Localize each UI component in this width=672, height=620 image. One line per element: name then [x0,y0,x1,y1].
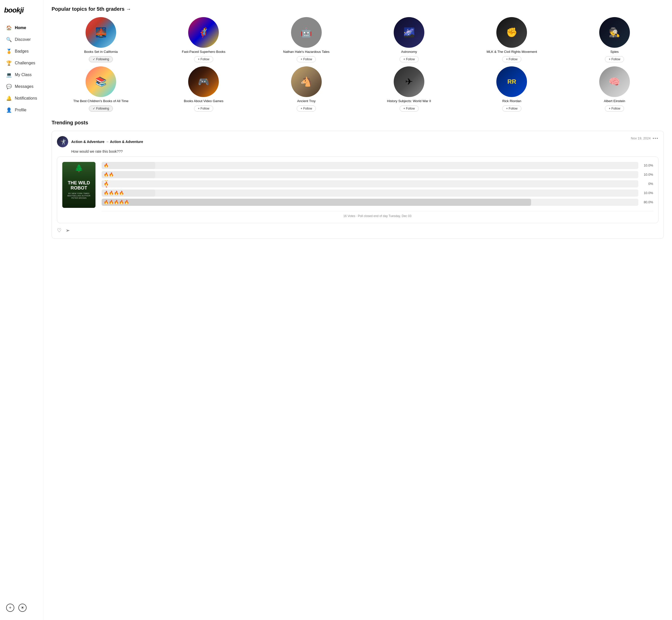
app-logo: bookji [4,6,39,14]
topic-circle-superhero: 🦸 [188,17,219,48]
poll-card: 🌲 THE WILD ROBOT BY NEW YORK TIMES BESTS… [57,157,659,223]
trending-section: Trending posts 🤺 Action & Adventure → Ac… [52,120,664,239]
sidebar-item-badges[interactable]: 🏅 Badges [4,46,39,57]
post-more-options[interactable]: ••• [653,136,659,141]
topic-card-superhero[interactable]: 🦸 Fast-Paced Superhero Books + Follow [154,17,253,62]
poll-bar-bg-3: 🔥🔥🔥🔥 [102,190,638,197]
topic-name-videogames: Books About Video Games [184,99,223,103]
follow-btn-superhero[interactable]: + Follow [194,56,213,62]
poll-bar-bg-0: 🔥 [102,162,638,169]
home-icon: 🏠 [6,25,12,31]
topic-circle-mlk: ✊ [496,17,527,48]
topic-name-troy: Ancient Troy [297,99,316,103]
poll-option-4[interactable]: 🔥🔥🔥🔥🔥 80.0% [102,199,653,206]
poll-bar-fill-4: 🔥🔥🔥🔥🔥 [102,199,531,206]
discover-icon: 🔍 [6,37,12,42]
add-button[interactable]: + [6,604,14,612]
topic-card-spies[interactable]: 🕵 Spies + Follow [565,17,664,62]
topic-card-mlk[interactable]: ✊ MLK & The Civil Rights Movement + Foll… [462,17,561,62]
topic-circle-hazardous: 🤖 [291,17,322,48]
poll-emoji-2: 🔥🔥🔥 [104,180,109,188]
follow-btn-hazardous[interactable]: + Follow [297,56,316,62]
poll-bar-bg-1: 🔥🔥 [102,171,638,178]
topic-circle-spies: 🕵 [599,17,630,48]
topic-circle-childrens: 📚 [86,66,116,97]
poll-pct-1: 10.0% [641,173,653,176]
topic-card-riordan[interactable]: RR Rick Riordan + Follow [462,66,561,112]
author-info: Action & Adventure → Action & Adventure [71,140,143,144]
topic-name-california: Books Set in California [84,50,118,54]
poll-option-3[interactable]: 🔥🔥🔥🔥 10.0% [102,190,653,197]
follow-btn-riordan[interactable]: + Follow [502,105,521,112]
like-button[interactable]: ♡ [57,227,61,234]
topic-card-astronomy[interactable]: 🌌 Astronomy + Follow [360,17,458,62]
poll-option-2[interactable]: 🔥🔥🔥 0% [102,180,653,188]
trending-title: Trending posts [52,120,664,125]
topic-card-hazardous[interactable]: 🤖 Nathan Hale's Hazardous Tales + Follow [257,17,356,62]
sidebar-label-profile: Profile [15,108,26,112]
post-header: 🤺 Action & Adventure → Action & Adventur… [57,136,659,147]
follow-btn-astronomy[interactable]: + Follow [400,56,419,62]
profile-icon: 👤 [6,107,12,113]
topic-name-riordan: Rick Riordan [502,99,521,103]
poll-bar-fill-2: 🔥🔥🔥 [102,180,104,188]
topic-circle-wwii: ✈ [394,66,424,97]
topic-name-superhero: Fast-Paced Superhero Books [182,50,225,54]
sidebar-bottom: + ☀ [4,602,39,614]
follow-btn-videogames[interactable]: + Follow [194,105,213,112]
post-text: How would we rate this book??? [71,149,659,153]
follow-btn-mlk[interactable]: + Follow [502,56,521,62]
main-content: Popular topics for 5th graders → 🌉 Books… [43,0,672,620]
poll-emoji-0: 🔥 [104,163,109,168]
challenges-icon: 🏆 [6,60,12,66]
sidebar-label-messages: Messages [15,84,34,89]
author-name: Action & Adventure → Action & Adventure [71,140,143,144]
poll-emoji-3: 🔥🔥🔥🔥 [104,191,124,195]
poll-pct-2: 0% [641,182,653,186]
topic-card-wwii[interactable]: ✈ History Subjects: World War II + Follo… [360,66,458,112]
poll-pct-4: 80.0% [641,200,653,204]
sidebar-item-notifications[interactable]: 🔔 Notifications [4,93,39,104]
sidebar-item-discover[interactable]: 🔍 Discover [4,34,39,45]
post-actions: ♡ ➢ [57,227,659,234]
follow-btn-california[interactable]: ✓ Following [89,56,113,62]
sidebar-item-challenges[interactable]: 🏆 Challenges [4,58,39,68]
sidebar-label-challenges: Challenges [15,61,35,65]
poll-pct-3: 10.0% [641,191,653,195]
poll-option-1[interactable]: 🔥🔥 10.0% [102,171,653,178]
poll-bar-fill-1: 🔥🔥 [102,171,155,178]
topic-card-einstein[interactable]: 🧠 Albert Einstein + Follow [565,66,664,112]
sidebar-item-my-class[interactable]: 💻 My Class [4,69,39,80]
author-arrow: → [105,140,109,144]
my-class-icon: 💻 [6,72,12,78]
topic-card-california[interactable]: 🌉 Books Set in California ✓ Following [52,17,150,62]
posts-container: 🤺 Action & Adventure → Action & Adventur… [52,131,664,239]
follow-btn-troy[interactable]: + Follow [297,105,316,112]
topic-name-childrens: The Best Children's Books of All Time [73,99,128,103]
sidebar-item-messages[interactable]: 💬 Messages [4,81,39,92]
settings-button[interactable]: ☀ [18,604,27,612]
poll-option-0[interactable]: 🔥 10.0% [102,162,653,169]
poll-emoji-4: 🔥🔥🔥🔥🔥 [104,200,129,205]
poll-options: 🔥 10.0% 🔥🔥 10.0% 🔥🔥🔥 0% [102,162,653,218]
sidebar-label-notifications: Notifications [15,96,37,101]
follow-btn-spies[interactable]: + Follow [605,56,624,62]
sidebar-label-discover: Discover [15,37,31,42]
sidebar-item-home[interactable]: 🏠 Home [4,22,39,33]
topic-circle-riordan: RR [496,66,527,97]
share-button[interactable]: ➢ [66,227,70,234]
sidebar: bookji 🏠 Home🔍 Discover🏅 Badges🏆 Challen… [0,0,43,620]
topic-card-videogames[interactable]: 🎮 Books About Video Games + Follow [154,66,253,112]
topics-grid: 🌉 Books Set in California ✓ Following 🦸 … [52,17,664,112]
sidebar-item-profile[interactable]: 👤 Profile [4,105,39,115]
sidebar-label-badges: Badges [15,49,29,54]
follow-btn-wwii[interactable]: + Follow [400,105,419,112]
topic-circle-videogames: 🎮 [188,66,219,97]
follow-btn-einstein[interactable]: + Follow [605,105,624,112]
notifications-icon: 🔔 [6,96,12,101]
poll-bar-bg-4: 🔥🔥🔥🔥🔥 [102,199,638,206]
nav-items: 🏠 Home🔍 Discover🏅 Badges🏆 Challenges💻 My… [4,22,39,602]
topic-card-childrens[interactable]: 📚 The Best Children's Books of All Time … [52,66,150,112]
follow-btn-childrens[interactable]: ✓ Following [89,105,113,112]
topic-card-troy[interactable]: 🐴 Ancient Troy + Follow [257,66,356,112]
